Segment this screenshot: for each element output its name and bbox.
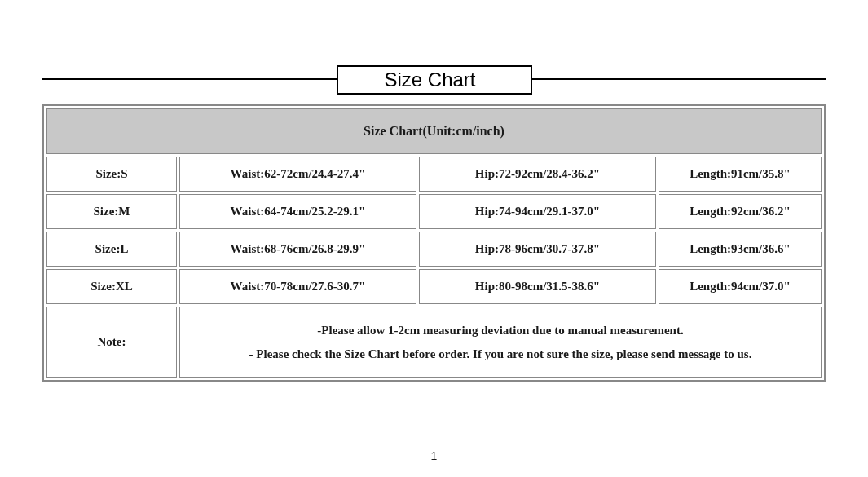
title-text: Size Chart	[346, 68, 514, 91]
size-chart-table: Size Chart(Unit:cm/inch) Size:S Waist:62…	[42, 104, 826, 382]
cell-hip: Hip:78-96cm/30.7-37.8"	[419, 232, 656, 267]
cell-size: Size:M	[46, 194, 177, 229]
cell-waist: Waist:70-78cm/27.6-30.7"	[179, 269, 416, 304]
note-line: - Please check the Size Chart before ord…	[196, 342, 804, 366]
title-divider: Size Chart	[42, 65, 826, 98]
cell-length: Length:94cm/37.0"	[659, 269, 822, 304]
cell-hip: Hip:72-92cm/28.4-36.2"	[419, 157, 656, 192]
table-header: Size Chart(Unit:cm/inch)	[46, 108, 822, 154]
cell-waist: Waist:64-74cm/25.2-29.1"	[179, 194, 416, 229]
table-row: Size:L Waist:68-76cm/26.8-29.9" Hip:78-9…	[46, 232, 822, 267]
note-row: Note: -Please allow 1-2cm measuring devi…	[46, 307, 822, 378]
cell-hip: Hip:74-94cm/29.1-37.0"	[419, 194, 656, 229]
cell-size: Size:S	[46, 157, 177, 192]
table-row: Size:XL Waist:70-78cm/27.6-30.7" Hip:80-…	[46, 269, 822, 304]
note-line: -Please allow 1-2cm measuring deviation …	[196, 319, 804, 342]
cell-hip: Hip:80-98cm/31.5-38.6"	[419, 269, 656, 304]
cell-length: Length:93cm/36.6"	[659, 232, 822, 267]
table-row: Size:S Waist:62-72cm/24.4-27.4" Hip:72-9…	[46, 157, 822, 192]
cell-size: Size:L	[46, 232, 177, 267]
title-box: Size Chart	[337, 65, 532, 95]
cell-waist: Waist:68-76cm/26.8-29.9"	[179, 232, 416, 267]
note-text: -Please allow 1-2cm measuring deviation …	[179, 307, 822, 378]
table-row: Size:M Waist:64-74cm/25.2-29.1" Hip:74-9…	[46, 194, 822, 229]
top-border-line	[0, 2, 868, 2]
page-number: 1	[0, 449, 868, 462]
cell-length: Length:92cm/36.2"	[659, 194, 822, 229]
cell-size: Size:XL	[46, 269, 177, 304]
cell-waist: Waist:62-72cm/24.4-27.4"	[179, 157, 416, 192]
note-label: Note:	[46, 307, 177, 378]
cell-length: Length:91cm/35.8"	[659, 157, 822, 192]
